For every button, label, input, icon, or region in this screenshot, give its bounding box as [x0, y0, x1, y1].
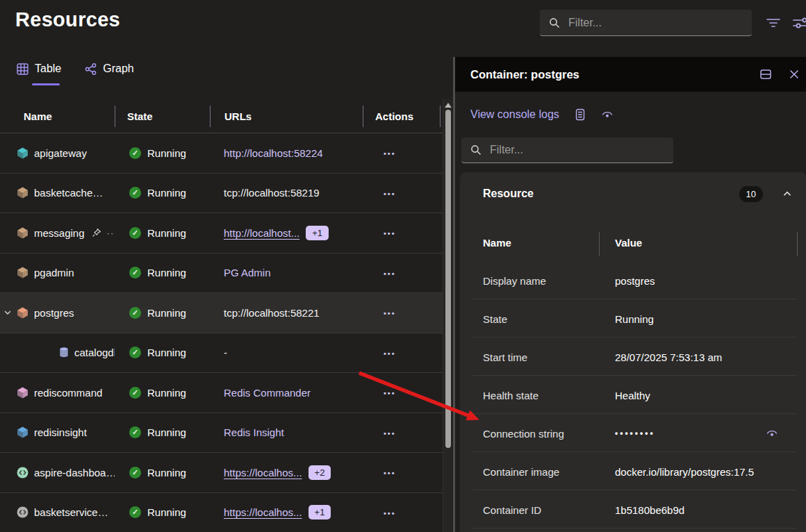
table-row-child[interactable]: catalogdb ✓Running - ••• [0, 333, 443, 374]
collapse-chevron-up-icon[interactable] [782, 189, 792, 199]
project-cube-icon [17, 147, 28, 159]
kv-label: Container image [483, 465, 608, 477]
actions-menu-button[interactable]: ••• [384, 429, 396, 438]
kv-value: postgres [615, 274, 655, 286]
reveal-value-eye-icon[interactable] [766, 428, 778, 439]
filter-icon[interactable] [766, 17, 781, 29]
table-row-postgres-selected[interactable]: postgres ✓Running tcp://localhost:58221 … [0, 293, 443, 333]
running-status-icon: ✓ [129, 506, 141, 518]
kv-row[interactable]: Display name postgres [460, 261, 806, 299]
console-log-icon[interactable] [575, 108, 586, 121]
chevron-down-icon[interactable] [3, 308, 12, 317]
scrollbar-up-arrow[interactable] [445, 103, 452, 108]
kv-row[interactable]: Health state Healthy [460, 376, 806, 414]
actions-menu-button[interactable]: ••• [384, 389, 396, 397]
table-row[interactable]: aspire-dashboa… ✓Running https://localho… [0, 453, 443, 493]
resources-table: apigateway ✓Running http://localhost:582… [0, 133, 443, 532]
running-status-icon: ✓ [129, 147, 141, 159]
tab-table[interactable]: Table [17, 63, 61, 75]
kv-value: 1b5180be6b9d [615, 504, 684, 515]
details-panel-header: Container: postgres [455, 57, 806, 92]
actions-menu-button[interactable]: ••• [384, 509, 396, 517]
resources-filter-input[interactable] [568, 17, 752, 29]
column-header-state[interactable]: State [115, 110, 210, 122]
container-cube-icon [17, 187, 28, 199]
table-grid-icon [17, 63, 28, 75]
container-cube-icon [17, 426, 28, 438]
table-row[interactable]: redisinsight ✓Running Redis Insight ••• [0, 413, 443, 454]
resources-filter-box [540, 10, 752, 36]
kv-row[interactable]: State Running [460, 299, 806, 338]
container-cube-icon [17, 307, 28, 319]
close-icon[interactable] [787, 67, 801, 81]
settings-sliders-icon[interactable] [792, 15, 806, 31]
tab-graph[interactable]: Graph [85, 63, 133, 75]
actions-menu-button[interactable]: ••• [384, 269, 396, 278]
running-status-icon: ✓ [129, 467, 141, 479]
actions-menu-button[interactable]: ••• [384, 349, 396, 358]
resource-name: messaging [34, 227, 85, 239]
column-divider [440, 106, 441, 127]
resource-url-link[interactable]: https://localhos... [224, 467, 302, 479]
panel-filter-box [461, 138, 673, 163]
container-cube-icon [17, 227, 28, 239]
resource-url-link[interactable]: Redis Insight [224, 426, 284, 438]
tab-graph-label: Graph [103, 63, 133, 75]
more-urls-badge[interactable]: +1 [306, 226, 329, 240]
resource-url-link[interactable]: Redis Commander [224, 387, 311, 399]
actions-menu-button[interactable]: ••• [384, 229, 396, 238]
actions-menu-button[interactable]: ••• [384, 190, 396, 198]
vertical-scrollbar[interactable] [443, 99, 452, 532]
kv-row[interactable]: Container image docker.io/library/postgr… [460, 452, 806, 490]
actions-menu-button[interactable]: ••• [384, 149, 396, 158]
running-status-icon: ✓ [129, 227, 141, 239]
resource-section: Resource 10 Name Value Display name post… [460, 172, 806, 532]
scrollbar-thumb[interactable] [445, 110, 451, 448]
resource-name: redisinsight [34, 426, 87, 438]
actions-menu-button[interactable]: ••• [384, 309, 396, 317]
actions-menu-button[interactable]: ••• [384, 469, 396, 477]
kv-row[interactable]: Start time 28/07/2025 7:53:13 am [460, 338, 806, 376]
running-status-icon: ✓ [129, 387, 141, 399]
state-label: Running [147, 187, 186, 199]
resource-url-link[interactable]: http://localhost... [224, 227, 299, 239]
table-row[interactable]: pgadmin ✓Running PG Admin ••• [0, 253, 443, 294]
more-urls-badge[interactable]: +2 [309, 465, 331, 480]
container-cube-icon [17, 267, 28, 279]
column-header-name[interactable]: Name [0, 110, 115, 122]
view-console-logs-link[interactable]: View console logs [470, 108, 559, 121]
resource-url-link[interactable]: https://localhos... [224, 506, 302, 518]
resource-url-link[interactable]: PG Admin [224, 267, 271, 279]
kv-value: 28/07/2025 7:53:13 am [615, 351, 722, 363]
kv-value: Running [615, 313, 654, 324]
split-view-icon[interactable] [759, 67, 773, 81]
column-header-urls[interactable]: URLs [210, 110, 363, 122]
table-row[interactable]: basketservice… ✓Running https://localhos… [0, 493, 443, 532]
section-title: Resource [483, 188, 534, 200]
column-divider [797, 232, 798, 256]
state-label: Running [147, 347, 186, 358]
search-icon [470, 144, 482, 156]
table-row[interactable]: apigateway ✓Running http://localhost:582… [0, 133, 443, 174]
tab-table-label: Table [35, 63, 61, 75]
more-urls-badge[interactable]: +1 [309, 505, 331, 519]
kv-label: Connection string [483, 427, 608, 439]
property-count-badge: 10 [739, 186, 763, 202]
resource-url-link[interactable]: http://localhost:58224 [224, 147, 323, 159]
resource-name: postgres [34, 307, 74, 319]
kv-row[interactable]: Container ID 1b5180be6b9d [460, 490, 806, 529]
resource-name: catalogdb [74, 347, 115, 358]
resource-name: rediscommand [34, 387, 102, 399]
table-row[interactable]: basketcache… ✓Running tcp://localhost:58… [0, 174, 443, 214]
table-row[interactable]: rediscommand ✓Running Redis Commander ••… [0, 373, 443, 413]
resource-name: basketservice… [34, 506, 108, 518]
running-status-icon: ✓ [129, 187, 141, 199]
state-label: Running [147, 147, 186, 159]
running-status-icon: ✓ [129, 267, 141, 279]
kv-row-connection-string[interactable]: Connection string •••••••• [460, 414, 806, 452]
column-divider [599, 232, 600, 256]
panel-filter-input[interactable] [490, 144, 673, 156]
state-label: Running [147, 387, 186, 399]
eye-watch-icon[interactable] [601, 109, 614, 120]
table-row[interactable]: messaging ·· ✓Running http://localhost..… [0, 213, 443, 253]
